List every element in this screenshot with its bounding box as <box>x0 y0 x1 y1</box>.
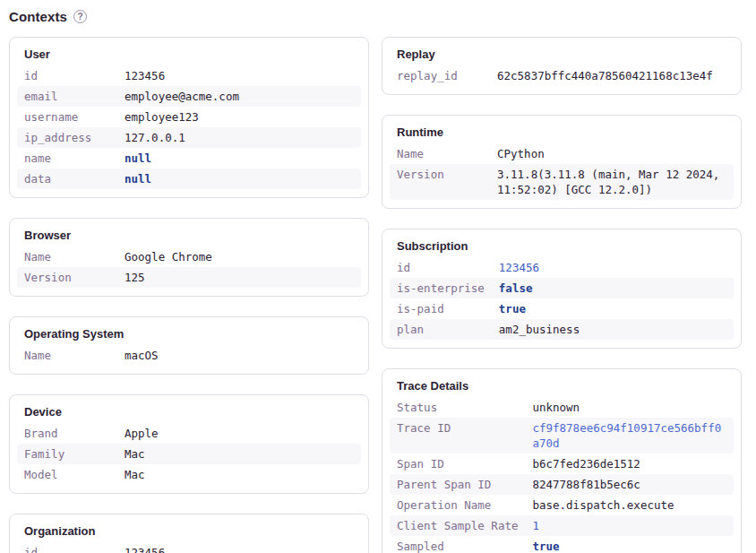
kv-value: am2_business <box>492 319 734 340</box>
kv-key: Status <box>390 397 525 418</box>
kv-key: data <box>17 168 117 189</box>
kv-row: FamilyMac <box>17 444 361 464</box>
kv-value: null <box>117 148 361 168</box>
key-value-table: id123456emailemployee@acme.comusernameem… <box>17 65 361 189</box>
kv-row: namenull <box>17 148 361 168</box>
kv-row: planam2_business <box>390 319 734 340</box>
kv-row: is-enterprisefalse <box>390 278 734 298</box>
kv-value: 123456 <box>117 65 361 86</box>
kv-key: Version <box>17 267 117 288</box>
kv-value: true <box>525 536 734 553</box>
card-title: Runtime <box>390 124 734 139</box>
kv-value: macOS <box>117 345 361 366</box>
context-card-browser: BrowserNameGoogle ChromeVersion125 <box>9 218 369 297</box>
kv-key: id <box>390 257 492 278</box>
kv-row: usernameemployee123 <box>17 107 361 127</box>
context-card-operating-system: Operating SystemNamemacOS <box>9 316 369 375</box>
kv-value: unknown <box>525 397 734 418</box>
kv-row: emailemployee@acme.com <box>17 86 361 107</box>
kv-value: CPython <box>490 143 734 164</box>
context-card-trace-details: Trace DetailsStatusunknownTrace IDcf9f87… <box>382 368 742 553</box>
kv-key: replay_id <box>390 65 490 86</box>
kv-row: NameGoogle Chrome <box>17 246 361 267</box>
card-title: Replay <box>390 46 734 61</box>
kv-key: Trace ID <box>390 418 525 454</box>
kv-row: NamemacOS <box>17 345 361 366</box>
section-header: Contexts ? <box>9 9 742 24</box>
kv-value[interactable]: cf9f878ee6c94f10917ce566bff0a70d <box>525 418 734 454</box>
key-value-table: replay_id62c5837bffc440a78560421168c13e4… <box>390 65 734 86</box>
kv-value: 123456 <box>117 542 361 553</box>
kv-row: Version125 <box>17 267 361 288</box>
card-title: Organization <box>17 523 361 538</box>
kv-row: datanull <box>17 168 361 189</box>
kv-key: username <box>17 107 117 127</box>
kv-value: Google Chrome <box>117 246 361 267</box>
kv-row: NameCPython <box>390 143 734 164</box>
kv-key: Name <box>17 246 117 267</box>
kv-value: false <box>492 278 734 298</box>
kv-row: Span IDb6c7fed236de1512 <box>390 454 734 474</box>
kv-key: is-paid <box>390 298 492 319</box>
context-card-subscription: Subscriptionid123456is-enterprisefalseis… <box>382 229 742 349</box>
help-icon[interactable]: ? <box>73 10 87 23</box>
context-card-runtime: RuntimeNameCPythonVersion3.11.8(3.11.8 (… <box>382 115 742 209</box>
key-value-table: NameGoogle ChromeVersion125 <box>17 246 361 288</box>
context-columns: Userid123456emailemployee@acme.comuserna… <box>9 37 742 553</box>
kv-key: Parent Span ID <box>390 474 525 495</box>
kv-key: Brand <box>17 423 117 444</box>
key-value-table: id123456is-enterprisefalseis-paidtruepla… <box>390 257 734 340</box>
kv-value: 125 <box>117 267 361 288</box>
key-value-table: NamemacOS <box>17 345 361 366</box>
context-card-device: DeviceBrandAppleFamilyMacModelMac <box>9 394 369 494</box>
context-card-replay: Replayreplay_id62c5837bffc440a7856042116… <box>382 37 742 95</box>
card-title: Subscription <box>390 238 734 253</box>
card-title: Operating System <box>17 325 361 341</box>
kv-key: Sampled <box>390 536 525 553</box>
key-value-table: BrandAppleFamilyMacModelMac <box>17 423 361 485</box>
card-title: Device <box>17 403 361 419</box>
kv-key: id <box>17 542 117 553</box>
kv-key: Client Sample Rate <box>390 515 525 536</box>
kv-row: BrandApple <box>17 423 361 444</box>
kv-row: id123456 <box>17 542 361 553</box>
kv-row: Sampledtrue <box>390 536 734 553</box>
left-column: Userid123456emailemployee@acme.comuserna… <box>9 37 369 553</box>
kv-key: Name <box>17 345 117 366</box>
kv-row: Operation Namebase.dispatch.execute <box>390 495 734 515</box>
kv-value: 1 <box>525 515 734 536</box>
kv-key: Operation Name <box>390 495 525 515</box>
kv-key: name <box>17 148 117 168</box>
kv-value: 127.0.0.1 <box>117 127 361 148</box>
kv-value: Apple <box>117 423 361 444</box>
kv-value: base.dispatch.execute <box>525 495 734 515</box>
kv-row: replay_id62c5837bffc440a78560421168c13e4… <box>390 65 734 86</box>
kv-value: 62c5837bffc440a78560421168c13e4f <box>490 65 734 86</box>
kv-key: id <box>17 65 117 86</box>
right-column: Replayreplay_id62c5837bffc440a7856042116… <box>382 37 742 553</box>
kv-key: email <box>17 86 117 107</box>
key-value-table: StatusunknownTrace IDcf9f878ee6c94f10917… <box>390 397 734 553</box>
card-title: User <box>17 46 361 61</box>
kv-value: employee@acme.com <box>117 86 361 107</box>
card-title: Trace Details <box>390 377 734 393</box>
key-value-table: id123456slugacme <box>17 542 361 553</box>
kv-key: plan <box>390 319 492 340</box>
kv-key: Name <box>390 143 490 164</box>
kv-row: Statusunknown <box>390 397 734 418</box>
kv-row: is-paidtrue <box>390 298 734 319</box>
kv-key: Span ID <box>390 454 525 474</box>
kv-row: id123456 <box>390 257 734 278</box>
kv-value: b6c7fed236de1512 <box>525 454 734 474</box>
kv-key: Model <box>17 464 117 485</box>
kv-key: Family <box>17 444 117 464</box>
card-title: Browser <box>17 227 361 242</box>
kv-row: ip_address127.0.0.1 <box>17 127 361 148</box>
kv-key: is-enterprise <box>390 278 492 298</box>
page-title: Contexts <box>9 9 67 24</box>
kv-row: Version3.11.8(3.11.8 (main, Mar 12 2024,… <box>390 164 734 200</box>
context-card-organization: Organizationid123456slugacme <box>9 514 369 553</box>
kv-row: Parent Span ID8247788f81b5ec6c <box>390 474 734 495</box>
key-value-table: NameCPythonVersion3.11.8(3.11.8 (main, M… <box>390 143 734 200</box>
kv-value: employee123 <box>117 107 361 127</box>
